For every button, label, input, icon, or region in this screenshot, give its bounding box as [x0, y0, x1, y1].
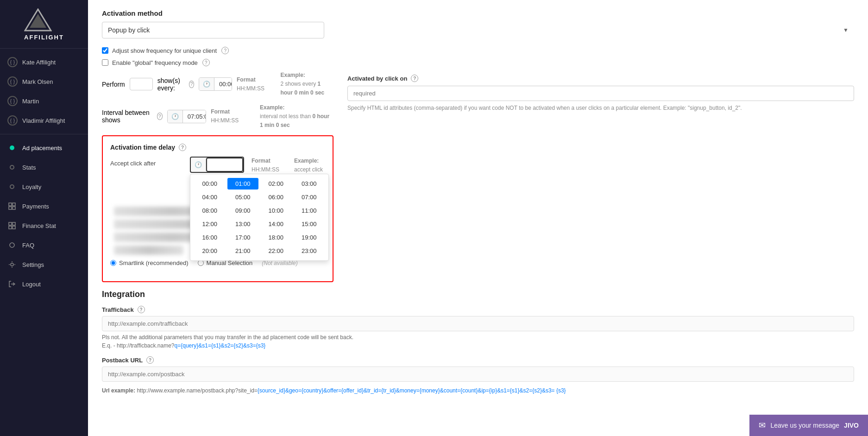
svg-rect-4 — [9, 207, 12, 209]
enable-global-checkbox[interactable] — [102, 59, 108, 66]
user-name: Mark Olsen — [22, 78, 53, 85]
trafficback-input[interactable] — [102, 316, 854, 331]
interval-time-group: 🕐 — [167, 110, 206, 123]
trafficback-label: Trafficback ? — [102, 306, 854, 313]
svg-marker-1 — [30, 14, 46, 28]
user-avatar: { } — [7, 96, 18, 106]
clock-icon: 🕐 — [199, 78, 214, 90]
help-icon[interactable]: ? — [146, 356, 154, 364]
time-option-09[interactable]: 09:00 — [227, 205, 259, 216]
sidebar-user-mark[interactable]: { } Mark Olsen — [0, 72, 88, 91]
help-icon[interactable]: ? — [138, 306, 145, 313]
sidebar-item-loyalty[interactable]: Loyalty — [0, 177, 88, 196]
help-icon[interactable]: ? — [189, 81, 194, 88]
time-option-14[interactable]: 14:00 — [260, 218, 292, 230]
shows-every-label: show(s) every: — [157, 77, 183, 92]
shows-time-group: 🕐 — [199, 77, 232, 91]
help-icon[interactable]: ? — [411, 75, 418, 82]
time-option-19[interactable]: 19:00 — [294, 232, 325, 243]
time-option-07[interactable]: 07:00 — [294, 191, 325, 203]
time-picker-grid: 00:00 01:00 02:00 03:00 04:00 05:00 06:0… — [194, 178, 325, 257]
nav-label: Ad placements — [22, 145, 62, 152]
time-picker-dropdown: 00:00 01:00 02:00 03:00 04:00 05:00 06:0… — [190, 174, 329, 261]
activation-method-select[interactable]: Popup by click — [102, 22, 324, 38]
sidebar-item-ad-placements[interactable]: Ad placements — [0, 138, 88, 158]
nav-label: Settings — [22, 261, 44, 268]
enable-global-row: Enable "global" frequency mode ? — [102, 59, 854, 66]
perform-label: Perform — [102, 81, 125, 88]
adjust-frequency-label: Adjust show frequency for unique client — [112, 47, 217, 54]
time-option-03[interactable]: 03:00 — [294, 178, 325, 190]
help-icon[interactable]: ? — [221, 47, 229, 54]
user-list: { } Kate Affilight { } Mark Olsen { } Ma… — [0, 48, 88, 134]
perform-input[interactable] — [130, 78, 153, 90]
activated-by-input[interactable] — [347, 86, 854, 101]
chevron-down-icon: ▼ — [843, 27, 849, 33]
smartlink-label: Smartlink (recommended) — [119, 259, 189, 266]
time-option-22[interactable]: 22:00 — [260, 245, 292, 257]
jivo-brand: JIVO — [844, 422, 859, 429]
nav-label: FAQ — [22, 242, 34, 249]
time-option-18[interactable]: 18:00 — [260, 232, 292, 243]
time-option-05[interactable]: 05:00 — [227, 191, 259, 203]
sidebar-item-finance-stat[interactable]: Finance Stat — [0, 216, 88, 235]
time-option-15[interactable]: 15:00 — [294, 218, 325, 230]
circle-icon — [7, 182, 17, 191]
time-option-00[interactable]: 00:00 — [194, 178, 226, 190]
adjust-frequency-checkbox[interactable] — [102, 47, 108, 54]
sidebar-item-logout[interactable]: Logout — [0, 274, 88, 294]
sidebar-user-martin[interactable]: { } Martin — [0, 91, 88, 111]
svg-rect-3 — [13, 203, 15, 206]
activated-by-label: Activated by click on ? — [347, 75, 854, 82]
time-option-13[interactable]: 13:00 — [227, 218, 259, 230]
svg-rect-9 — [13, 226, 15, 229]
svg-point-10 — [10, 243, 14, 247]
logout-icon — [7, 279, 17, 289]
help-icon[interactable]: ? — [179, 144, 186, 151]
logo: AFFILIGHT — [0, 0, 88, 48]
sidebar-item-faq[interactable]: FAQ — [0, 235, 88, 255]
time-option-12[interactable]: 12:00 — [194, 218, 226, 230]
trafficback-example: E.q. - http://trafficback.name?q={query}… — [102, 342, 854, 349]
accept-time-input[interactable] — [206, 158, 243, 172]
svg-rect-7 — [13, 222, 15, 225]
interval-time-input[interactable] — [183, 110, 206, 123]
gear-icon — [7, 240, 17, 250]
postback-input[interactable] — [102, 366, 854, 382]
smartlink-radio[interactable] — [110, 260, 116, 266]
sidebar-user-kate[interactable]: { } Kate Affilight — [0, 52, 88, 72]
time-option-10[interactable]: 10:00 — [260, 205, 292, 216]
shows-time-input[interactable] — [214, 78, 232, 90]
time-option-06[interactable]: 06:00 — [260, 191, 292, 203]
time-option-11[interactable]: 11:00 — [294, 205, 325, 216]
help-icon[interactable]: ? — [157, 113, 163, 120]
time-option-08[interactable]: 08:00 — [194, 205, 226, 216]
help-icon[interactable]: ? — [202, 59, 210, 66]
time-option-17[interactable]: 17:00 — [227, 232, 259, 243]
time-option-20[interactable]: 20:00 — [194, 245, 226, 257]
sidebar-item-stats[interactable]: Stats — [0, 158, 88, 177]
activation-method-heading: Activation method — [102, 9, 854, 17]
grid-icon — [7, 202, 17, 211]
smartlink-option[interactable]: Smartlink (recommended) — [110, 259, 189, 266]
svg-rect-5 — [13, 207, 15, 209]
nav-label: Finance Stat — [22, 222, 56, 229]
grid-icon — [7, 221, 17, 230]
time-option-23[interactable]: 23:00 — [294, 245, 325, 257]
format-info-2: Format HH:MM:SS — [211, 107, 246, 125]
sidebar-item-settings[interactable]: Settings — [0, 255, 88, 274]
time-option-04[interactable]: 04:00 — [194, 191, 226, 203]
time-option-02[interactable]: 02:00 — [260, 178, 292, 190]
svg-rect-8 — [9, 226, 12, 229]
left-column: Perform show(s) every: ? 🕐 Format HH:MM:… — [102, 71, 333, 290]
jivo-chat-widget[interactable]: ✉ Leave us your message JIVO — [749, 415, 868, 436]
circle-icon — [7, 163, 17, 172]
activated-hint: Specify HTML id attributes (comma-separa… — [347, 104, 854, 112]
time-option-16[interactable]: 16:00 — [194, 232, 226, 243]
time-option-21[interactable]: 21:00 — [227, 245, 259, 257]
sidebar-item-payments[interactable]: Payments — [0, 196, 88, 216]
interval-row: Interval between shows ? 🕐 Format HH:MM:… — [102, 103, 333, 130]
sidebar-user-vladimir[interactable]: { } Vladimir Affilight — [0, 111, 88, 130]
time-option-01[interactable]: 01:00 — [227, 178, 259, 190]
svg-point-11 — [11, 263, 13, 266]
